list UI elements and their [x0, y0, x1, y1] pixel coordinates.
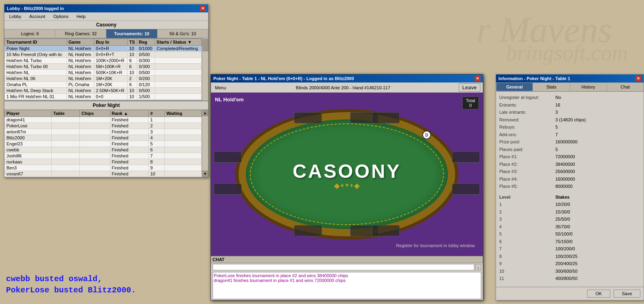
stakes-level: 7 [499, 246, 555, 252]
pn-chips [80, 141, 110, 147]
th-buyin[interactable]: Buy In [94, 39, 127, 46]
tournament-row[interactable]: Hold'em NL Turbo 00 NL Hold'em 5M+100K+R… [5, 64, 202, 70]
tourn-game: NL Hold'em [67, 76, 94, 82]
pn-num: 6 [148, 147, 164, 153]
stakes-value: 75/150/0 [555, 238, 573, 245]
th-status[interactable]: Starts / Status ▼ [155, 39, 201, 46]
pn-player-row[interactable]: Blitz2000 Finished 4 [5, 135, 202, 141]
bust-message: cwebb busted oswald, PokerLose busted Bl… [6, 274, 136, 296]
pn-player: Joshi86 [5, 153, 52, 159]
pn-player-row[interactable]: anton87m Finished 3 [5, 129, 202, 135]
tab-sitngos[interactable]: Sit & Go's: 10 [157, 29, 208, 38]
info-tab-history[interactable]: History [570, 83, 607, 91]
pt-leave-button[interactable]: Leave [459, 83, 480, 92]
menu-lobby[interactable]: Lobby [6, 13, 24, 20]
tourn-game: NL Hold'em [67, 88, 94, 94]
poker-table-menu-bar: Menu Blinds 2000/4000 Ante 200 - Hand #1… [211, 83, 483, 93]
info-tab-chat[interactable]: Chat [607, 83, 644, 91]
th-reg[interactable]: Reg [137, 39, 155, 46]
tourn-buyin: 0+0+R+T [94, 52, 127, 58]
total-box: Total 0 [462, 97, 479, 109]
pn-rank: Finished [110, 129, 148, 135]
th-game[interactable]: Game [67, 39, 94, 46]
tourn-status [155, 88, 201, 94]
info-titlebar: Information - Poker Night - Table 1 ✕ [496, 74, 644, 83]
stakes-row: 215/30/0 [499, 209, 640, 215]
menu-help[interactable]: Help [73, 13, 89, 20]
pn-num: 9 [148, 165, 164, 171]
total-value: 0 [466, 103, 475, 108]
tournament-row[interactable]: Hold'em NL Deep Stack NL Hold'em 2.50M+5… [5, 88, 202, 94]
chat-message-2: dragon41 finishes tournament in place #1… [214, 278, 480, 283]
tourn-buyin: 2.50M+50K+R [94, 88, 127, 94]
game-type-label: NL Hold'em [215, 97, 243, 103]
info-close-button[interactable]: ✕ [636, 76, 641, 81]
th-tourn-id[interactable]: Tournament ID [5, 39, 67, 46]
pn-player-row[interactable]: PokerLose Finished 2 [5, 123, 202, 129]
info-field-label: Prize pool: [499, 139, 555, 145]
tournament-row[interactable]: Omaha PL PL Omaha 1M+20K 6 0/120 [5, 82, 202, 88]
lobby-close-button[interactable]: ✕ [200, 6, 206, 11]
tournament-row[interactable]: 1 Mio FR Hold'em NL 02 NL Hold'em 0+0 10… [5, 100, 202, 101]
lobby-title: Lobby - Blitz2000 logged in [7, 6, 64, 11]
th-waiting[interactable]: Waiting [165, 110, 202, 117]
th-num[interactable]: # [148, 110, 164, 117]
tab-logins[interactable]: Logins: 6 [4, 29, 55, 38]
th-player[interactable]: Player [5, 110, 52, 117]
pt-menu-menu[interactable]: Menu [213, 85, 228, 91]
chat-send-button[interactable]: ↓ [475, 264, 482, 270]
pn-player-row[interactable]: Joshi86 Finished 7 [5, 153, 202, 159]
pn-player-row[interactable]: vovan67 Finished 10 [5, 171, 202, 177]
tab-tournaments[interactable]: Tournaments: 10 [106, 29, 157, 38]
pn-scrollbar-up[interactable]: ▲ [203, 110, 208, 116]
pn-player-row[interactable]: nurkaas Finished 8 [5, 159, 202, 165]
pt-menu-left: Menu [213, 85, 228, 91]
chat-input[interactable] [213, 264, 474, 270]
pn-player-row[interactable]: dragon41 Finished 1 [5, 117, 202, 123]
th-table[interactable]: Table [52, 110, 80, 117]
pn-player-row[interactable]: cwebb Finished 6 [5, 147, 202, 153]
tourn-reg: 2/500 [137, 100, 155, 101]
seat-left2 [214, 183, 242, 195]
info-tabs: General Stats History Chat [496, 83, 644, 92]
pn-scrollbar-down[interactable]: ▼ [203, 171, 208, 177]
tourn-ts: 2 [128, 76, 137, 82]
tournament-row[interactable]: Hold'em NL NL Hold'em 500K+10K+R 10 0/50… [5, 70, 202, 76]
tourn-scrollbar[interactable] [202, 38, 208, 101]
tournament-row[interactable]: 10 Mio Freeroll (Only with tic NL Hold'e… [5, 52, 202, 58]
tournament-row[interactable]: Hold'em NL 06 NL Hold'em 1M+20K 2 0/200 [5, 76, 202, 82]
tournament-row[interactable]: Poker Night NL Hold'em 0+0+R 10 0/1000 C… [5, 46, 202, 52]
tourn-id: Hold'em NL Turbo [5, 58, 67, 64]
info-field-row: Place #4:16000000 [499, 176, 640, 183]
pn-player-row[interactable]: Engel23 Finished 5 [5, 141, 202, 147]
tourn-status [155, 52, 201, 58]
tournament-row[interactable]: 1 Mio FR Hold'em NL 01 NL Hold'em 0+0 10… [5, 94, 202, 100]
pn-rank: Finished [110, 117, 148, 123]
pn-table [52, 141, 80, 147]
th-ts[interactable]: TS [128, 39, 137, 46]
info-field-label: Unregister at logout: [499, 94, 555, 101]
th-chips[interactable]: Chips [80, 110, 110, 117]
info-tab-stats[interactable]: Stats [533, 83, 570, 91]
tourn-id: 1 Mio FR Hold'em NL 02 [5, 100, 67, 101]
pn-player-row[interactable]: Ben3 Finished 9 [5, 165, 202, 171]
pn-table [52, 129, 80, 135]
tourn-reg: 1/500 [137, 94, 155, 100]
tourn-scrollbar-thumb[interactable] [203, 39, 208, 51]
info-field-value: No [555, 94, 561, 101]
tournament-row[interactable]: Hold'em NL Turbo NL Hold'em 100K+2000+R … [5, 58, 202, 64]
pn-scrollbar[interactable]: ▲ ▼ [202, 110, 208, 177]
tourn-ts: 10 [128, 70, 137, 76]
poker-table-close-button[interactable]: ✕ [475, 76, 480, 81]
ok-button[interactable]: OK [587, 290, 610, 298]
info-field-label: Late entrants: [499, 109, 555, 116]
menu-account[interactable]: Account [26, 13, 49, 20]
pn-rank: Finished [110, 159, 148, 165]
tourn-id: Omaha PL [5, 82, 67, 88]
menu-options[interactable]: Options [50, 13, 72, 20]
info-field-row: Place #5:8000000 [499, 183, 640, 190]
tab-ring-games[interactable]: Ring Games: 32 [55, 29, 106, 38]
info-tab-general[interactable]: General [496, 83, 533, 91]
save-button[interactable]: Save [614, 290, 640, 298]
th-rank[interactable]: Rank ▲ [110, 110, 148, 117]
